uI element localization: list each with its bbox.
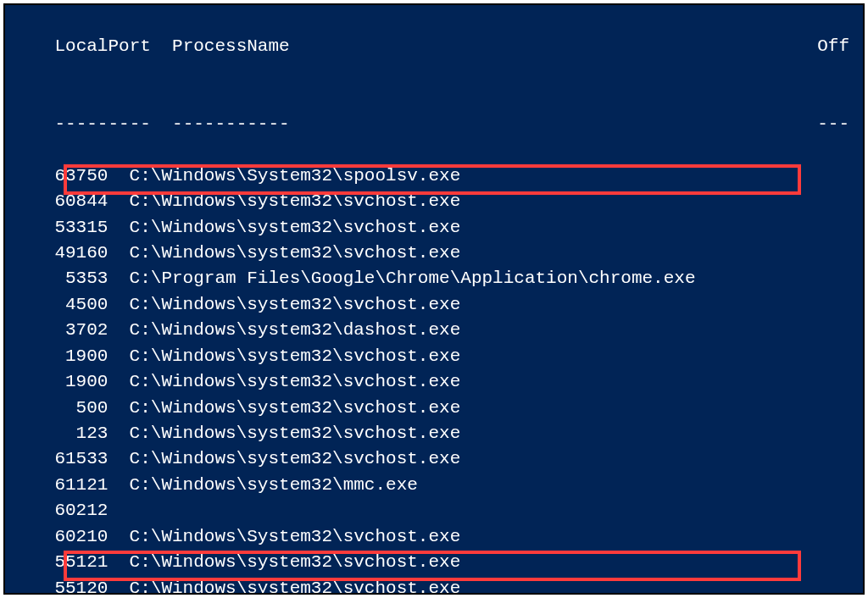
- table-row: 60210C:\Windows\System32\svchost.exe: [12, 524, 856, 550]
- table-row: 61533C:\Windows\system32\svchost.exe: [12, 446, 856, 472]
- cell-localport: 60212: [12, 498, 108, 523]
- table-header-row: LocalPortProcessNameOff: [12, 8, 856, 86]
- cell-localport: 60210: [12, 524, 108, 550]
- cell-localport: 4500: [12, 292, 108, 318]
- table-row: 55121C:\Windows\system32\svchost.exe: [12, 550, 856, 575]
- cell-localport: 5353: [12, 266, 108, 291]
- cell-localport: 49160: [12, 241, 108, 266]
- cell-processname: C:\Windows\system32\svchost.exe: [130, 446, 461, 472]
- cell-processname: C:\Windows\system32\svchost.exe: [130, 421, 461, 446]
- sep-off: ---: [817, 112, 849, 137]
- cell-processname: C:\Windows\system32\svchost.exe: [130, 396, 461, 421]
- cell-localport: 60844: [12, 189, 108, 214]
- table-row: 53315C:\Windows\system32\svchost.exe: [12, 215, 856, 241]
- cell-processname: C:\Windows\system32\svchost.exe: [130, 189, 461, 214]
- table-row: 3702C:\Windows\system32\dashost.exe: [12, 318, 856, 343]
- cell-processname: C:\Windows\system32\svchost.exe: [130, 344, 461, 369]
- table-row: 60212: [12, 498, 856, 523]
- table-body: 63750C:\Windows\System32\spoolsv.exe6084…: [12, 163, 856, 595]
- cell-localport: 1900: [12, 369, 108, 395]
- table-row: 55120C:\Windows\system32\svchost.exe: [12, 576, 856, 595]
- table-row: 500C:\Windows\system32\svchost.exe: [12, 396, 856, 421]
- table-row: 63750C:\Windows\System32\spoolsv.exe: [12, 163, 856, 189]
- table-row: 1900C:\Windows\system32\svchost.exe: [12, 344, 856, 369]
- cell-processname: C:\Windows\System32\svchost.exe: [130, 524, 461, 550]
- table-row: 49160C:\Windows\system32\svchost.exe: [12, 241, 856, 266]
- powershell-terminal[interactable]: LocalPortProcessNameOff ----------------…: [3, 3, 865, 595]
- cell-processname: C:\Windows\system32\svchost.exe: [130, 576, 461, 595]
- cell-localport: 123: [12, 421, 108, 446]
- table-row: 61121C:\Windows\system32\mmc.exe: [12, 473, 856, 498]
- cell-localport: 61121: [12, 473, 108, 498]
- cell-localport: 1900: [12, 344, 108, 369]
- cell-localport: 53315: [12, 215, 108, 241]
- table-row: 5353C:\Program Files\Google\Chrome\Appli…: [12, 266, 856, 291]
- table-row: 123C:\Windows\system32\svchost.exe: [12, 421, 856, 446]
- cell-processname: C:\Windows\system32\svchost.exe: [130, 215, 461, 241]
- cell-processname: C:\Windows\system32\svchost.exe: [130, 292, 461, 318]
- cell-processname: C:\Windows\system32\svchost.exe: [130, 550, 461, 575]
- cell-processname: C:\Windows\system32\mmc.exe: [130, 473, 418, 498]
- cell-localport: 55121: [12, 550, 108, 575]
- table-row: 60844C:\Windows\system32\svchost.exe: [12, 189, 856, 214]
- cell-processname: C:\Windows\System32\spoolsv.exe: [130, 163, 461, 189]
- cell-processname: C:\Program Files\Google\Chrome\Applicati…: [130, 266, 696, 291]
- sep-localport: ---------: [54, 112, 150, 137]
- header-off: Off: [817, 34, 849, 59]
- cell-localport: 3702: [12, 318, 108, 343]
- sep-processname: -----------: [172, 112, 290, 137]
- table-separator-row: -----------------------: [12, 86, 856, 163]
- cell-processname: C:\Windows\system32\dashost.exe: [130, 318, 461, 343]
- table-row: 4500C:\Windows\system32\svchost.exe: [12, 292, 856, 318]
- header-processname: ProcessName: [172, 34, 290, 59]
- cell-processname: C:\Windows\system32\svchost.exe: [130, 241, 461, 266]
- cell-processname: C:\Windows\system32\svchost.exe: [130, 369, 461, 395]
- header-localport: LocalPort: [54, 34, 150, 59]
- cell-localport: 500: [12, 396, 108, 421]
- cell-localport: 55120: [12, 576, 108, 595]
- table-row: 1900C:\Windows\system32\svchost.exe: [12, 369, 856, 395]
- cell-localport: 61533: [12, 446, 108, 472]
- cell-localport: 63750: [12, 163, 108, 189]
